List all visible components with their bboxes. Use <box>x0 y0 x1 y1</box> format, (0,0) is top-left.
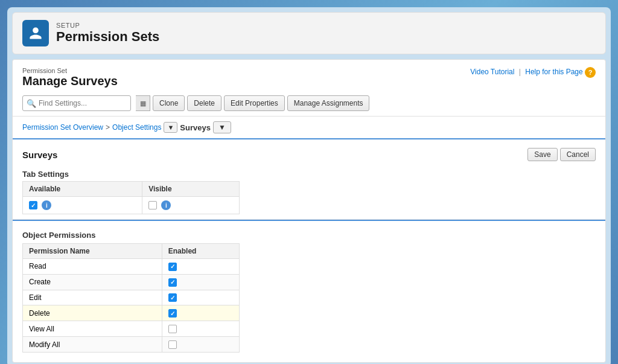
search-input[interactable] <box>39 99 123 107</box>
perm-name-cell: Edit <box>23 290 162 305</box>
tab-settings-table: Available Visible i i <box>22 181 240 214</box>
enabled-checkbox[interactable] <box>168 263 177 271</box>
tab-available-header: Available <box>23 182 142 197</box>
manage-assignments-button[interactable]: Manage Assignments <box>287 95 370 111</box>
clone-button[interactable]: Clone <box>153 95 185 111</box>
breadcrumb-overview-link[interactable]: Permission Set Overview <box>22 123 103 132</box>
perm-enabled-cell <box>162 274 239 290</box>
available-checkbox[interactable] <box>29 201 37 209</box>
section-actions: Save Cancel <box>527 148 596 161</box>
perm-name-cell: Create <box>23 274 162 290</box>
visible-info-icon[interactable]: i <box>161 200 171 210</box>
object-permissions-title: Object Permissions <box>22 226 596 243</box>
outer-wrapper: SETUP Permission Sets Permission Set Man… <box>7 7 611 364</box>
save-button[interactable]: Save <box>527 148 557 161</box>
perm-name-cell: Modify All <box>23 337 162 353</box>
header-card: SETUP Permission Sets <box>12 12 606 54</box>
perm-name-cell: Read <box>23 259 162 275</box>
ps-links: Video Tutorial | Help for this Page ? <box>470 67 596 78</box>
perm-enabled-cell <box>162 305 239 321</box>
object-permissions-section: Object Permissions Permission Name Enabl… <box>13 221 605 362</box>
toolbar: 🔍 ▦ Clone Delete Edit Properties Manage … <box>13 91 605 117</box>
perm-enabled-cell <box>162 321 239 337</box>
perm-enabled-cell <box>162 290 239 305</box>
table-row: Modify All <box>23 337 240 353</box>
delete-button[interactable]: Delete <box>187 95 221 111</box>
help-page-link[interactable]: Help for this Page <box>525 68 582 76</box>
breadcrumb-object-settings-link[interactable]: Object Settings <box>112 123 161 132</box>
surveys-dropdown[interactable]: ▼ <box>213 121 231 133</box>
search-icon: 🔍 <box>27 99 36 108</box>
visible-checkbox[interactable] <box>148 201 157 209</box>
header-text: SETUP Permission Sets <box>56 22 159 45</box>
available-info-icon[interactable]: i <box>42 200 51 210</box>
tab-settings-title: Tab Settings <box>22 165 596 181</box>
enabled-checkbox[interactable] <box>168 309 177 318</box>
video-tutorial-link[interactable]: Video Tutorial <box>470 68 514 76</box>
table-row: View All <box>23 321 240 337</box>
ps-name: Manage Surveys <box>22 74 118 88</box>
search-grid-button[interactable]: ▦ <box>136 95 150 111</box>
section-header: Surveys Save Cancel <box>22 144 596 165</box>
perm-name-cell: Delete <box>23 305 162 321</box>
surveys-section: Surveys Save Cancel Tab Settings Availab… <box>13 139 605 220</box>
tab-available-cell: i <box>23 197 142 214</box>
object-settings-dropdown[interactable]: ▼ <box>164 122 177 133</box>
edit-properties-button[interactable]: Edit Properties <box>224 95 285 111</box>
perm-enabled-cell <box>162 337 239 353</box>
tab-settings-row: i i <box>23 197 240 214</box>
breadcrumb-separator: > <box>106 123 110 132</box>
table-row: Create <box>23 274 240 290</box>
main-content: Permission Set Manage Surveys Video Tuto… <box>12 59 606 363</box>
search-wrapper: 🔍 <box>22 95 131 111</box>
enabled-checkbox[interactable] <box>168 278 177 287</box>
disabled-checkbox[interactable] <box>168 340 177 349</box>
table-row: Read <box>23 259 240 275</box>
disabled-checkbox[interactable] <box>168 325 177 333</box>
cancel-button[interactable]: Cancel <box>560 148 596 161</box>
breadcrumb: Permission Set Overview > Object Setting… <box>13 117 605 138</box>
permissions-table: Permission Name Enabled ReadCreateEditDe… <box>22 243 240 353</box>
tab-visible-header: Visible <box>142 182 240 197</box>
links-separator: | <box>519 68 521 76</box>
table-row: Edit <box>23 290 240 305</box>
breadcrumb-current: Surveys <box>180 123 211 132</box>
help-icon[interactable]: ? <box>585 67 596 78</box>
enabled-checkbox[interactable] <box>168 293 177 302</box>
perm-enabled-header: Enabled <box>162 244 239 259</box>
table-row: Delete <box>23 305 240 321</box>
ps-header: Permission Set Manage Surveys Video Tuto… <box>13 60 605 91</box>
page-title: Permission Sets <box>56 29 159 45</box>
perm-name-cell: View All <box>23 321 162 337</box>
tab-visible-cell: i <box>142 197 240 214</box>
perm-name-header: Permission Name <box>23 244 162 259</box>
surveys-section-title: Surveys <box>22 150 57 160</box>
ps-label: Permission Set <box>22 67 118 74</box>
perm-enabled-cell <box>162 259 239 275</box>
ps-title-group: Permission Set Manage Surveys <box>22 67 118 88</box>
permission-sets-icon <box>22 20 49 46</box>
setup-label: SETUP <box>56 22 159 29</box>
